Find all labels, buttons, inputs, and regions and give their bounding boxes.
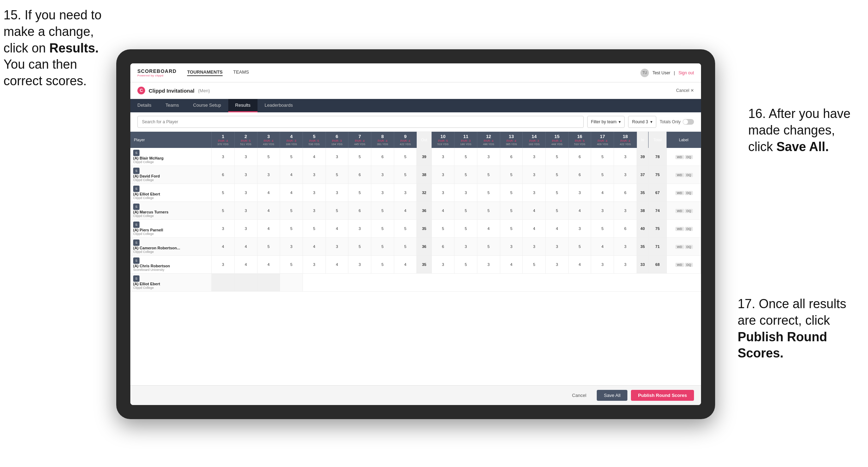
hole-8-score[interactable]: 5 (371, 220, 394, 238)
wd-button[interactable]: WD (675, 263, 684, 267)
hole-13-score[interactable]: 5 (500, 166, 523, 184)
hole-11-score[interactable]: 5 (454, 202, 477, 220)
hole-4-score[interactable]: 5 (280, 202, 303, 220)
hole-13-score[interactable]: 6 (500, 148, 523, 166)
hole-18-score[interactable]: 6 (614, 184, 637, 202)
hole-3-score[interactable]: 3 (257, 166, 280, 184)
hole-5-score[interactable]: 4 (303, 238, 326, 256)
hole-15-score[interactable]: 5 (546, 166, 569, 184)
hole-18-score[interactable]: 3 (614, 238, 637, 256)
hole-12-score[interactable]: 5 (477, 202, 500, 220)
hole-1-score[interactable]: 3 (212, 256, 235, 274)
publish-round-scores-button[interactable]: Publish Round Scores (631, 390, 694, 401)
hole-6-score[interactable]: 3 (326, 184, 348, 202)
hole-16-score[interactable]: 4 (568, 256, 591, 274)
hole-9-score[interactable]: 5 (394, 148, 417, 166)
hole-9-score[interactable]: 3 (394, 184, 417, 202)
hole-2-score[interactable]: 3 (234, 148, 257, 166)
hole-12-score[interactable]: 5 (477, 184, 500, 202)
hole-18-score[interactable]: 3 (614, 148, 637, 166)
hole-18-score[interactable]: 3 (614, 256, 637, 274)
hole-8-score[interactable]: 5 (371, 256, 394, 274)
hole-16-score[interactable]: 6 (568, 148, 591, 166)
hole-10-score[interactable]: 6 (432, 238, 454, 256)
hole-2-score[interactable]: 3 (234, 166, 257, 184)
hole-4-score[interactable]: 5 (280, 220, 303, 238)
hole-8-score[interactable]: 6 (371, 148, 394, 166)
hole-10-score[interactable]: 3 (432, 184, 454, 202)
hole-14-score[interactable]: 3 (523, 238, 546, 256)
hole-15-score[interactable]: 4 (546, 220, 569, 238)
hole-15-score[interactable]: 5 (546, 184, 569, 202)
hole-16-score[interactable]: 3 (568, 184, 591, 202)
hole-6-score[interactable]: 3 (326, 238, 348, 256)
dq-button[interactable]: DQ (685, 173, 693, 177)
hole-10-score[interactable]: 3 (432, 256, 454, 274)
hole-7-score[interactable]: 3 (348, 256, 371, 274)
hole-16-score[interactable]: 6 (568, 166, 591, 184)
hole-7-score[interactable]: 6 (348, 166, 371, 184)
hole-1-score[interactable]: 3 (212, 148, 235, 166)
hole-5-score[interactable]: 5 (303, 220, 326, 238)
hole-14-score[interactable]: 3 (523, 148, 546, 166)
hole-3-score[interactable]: 5 (257, 148, 280, 166)
hole-5-score[interactable]: 3 (303, 166, 326, 184)
hole-17-score[interactable]: 5 (591, 148, 614, 166)
hole-13-score[interactable]: 3 (500, 238, 523, 256)
hole-5-score[interactable]: 3 (303, 202, 326, 220)
wd-button[interactable]: WD (675, 209, 684, 213)
hole-10-score[interactable]: 3 (432, 148, 454, 166)
hole-11-score[interactable]: 5 (454, 166, 477, 184)
hole-8-score[interactable]: 5 (371, 238, 394, 256)
hole-1-score[interactable]: 6 (212, 166, 235, 184)
hole-8-score[interactable]: 3 (371, 166, 394, 184)
tab-course-setup[interactable]: Course Setup (186, 99, 228, 112)
hole-11-score[interactable]: 3 (454, 184, 477, 202)
hole-2-score[interactable]: 3 (234, 184, 257, 202)
hole-17-score[interactable]: 5 (591, 166, 614, 184)
hole-12-score[interactable]: 4 (477, 220, 500, 238)
tab-results[interactable]: Results (228, 99, 258, 112)
filter-by-team-dropdown[interactable]: Filter by team ▾ (587, 116, 625, 128)
hole-2-score[interactable]: 3 (234, 202, 257, 220)
hole-2-score[interactable]: 4 (234, 238, 257, 256)
hole-14-score[interactable]: 4 (523, 202, 546, 220)
hole-1-score[interactable]: 3 (212, 220, 235, 238)
hole-12-score[interactable]: 5 (477, 166, 500, 184)
hole-4-score[interactable]: 4 (280, 166, 303, 184)
save-all-button[interactable]: Save All (597, 390, 627, 401)
hole-7-score[interactable]: 6 (348, 202, 371, 220)
hole-17-score[interactable]: 4 (591, 238, 614, 256)
dq-button[interactable]: DQ (685, 191, 693, 195)
footer-cancel-button[interactable]: Cancel (565, 390, 593, 401)
tab-teams[interactable]: Teams (159, 99, 186, 112)
hole-14-score[interactable]: 3 (523, 166, 546, 184)
hole-3-score[interactable]: 4 (257, 202, 280, 220)
hole-16-score[interactable]: 4 (568, 202, 591, 220)
hole-7-score[interactable]: 5 (348, 184, 371, 202)
dq-button[interactable]: DQ (685, 263, 693, 267)
round-dropdown[interactable]: Round 3 ▾ (628, 116, 656, 128)
hole-17-score[interactable]: 5 (591, 220, 614, 238)
hole-12-score[interactable]: 3 (477, 256, 500, 274)
hole-6-score[interactable]: 4 (326, 220, 348, 238)
hole-3-score[interactable]: 4 (257, 220, 280, 238)
hole-9-score[interactable]: 4 (394, 256, 417, 274)
dq-button[interactable]: DQ (685, 227, 693, 231)
hole-3-score[interactable]: 4 (257, 256, 280, 274)
hole-13-score[interactable]: 5 (500, 202, 523, 220)
totals-toggle-switch[interactable] (683, 119, 694, 125)
hole-13-score[interactable]: 4 (500, 256, 523, 274)
tab-leaderboards[interactable]: Leaderboards (258, 99, 300, 112)
hole-15-score[interactable]: 3 (546, 238, 569, 256)
hole-2-score[interactable]: 4 (234, 256, 257, 274)
hole-18-score[interactable]: 3 (614, 202, 637, 220)
hole-6-score[interactable]: 4 (326, 256, 348, 274)
nav-teams[interactable]: TEAMS (233, 69, 249, 76)
hole-7-score[interactable]: 5 (348, 238, 371, 256)
hole-1-score[interactable]: 5 (212, 184, 235, 202)
hole-6-score[interactable]: 5 (326, 202, 348, 220)
hole-18-score[interactable]: 3 (614, 166, 637, 184)
wd-button[interactable]: WD (675, 155, 684, 159)
wd-button[interactable]: WD (675, 173, 684, 177)
